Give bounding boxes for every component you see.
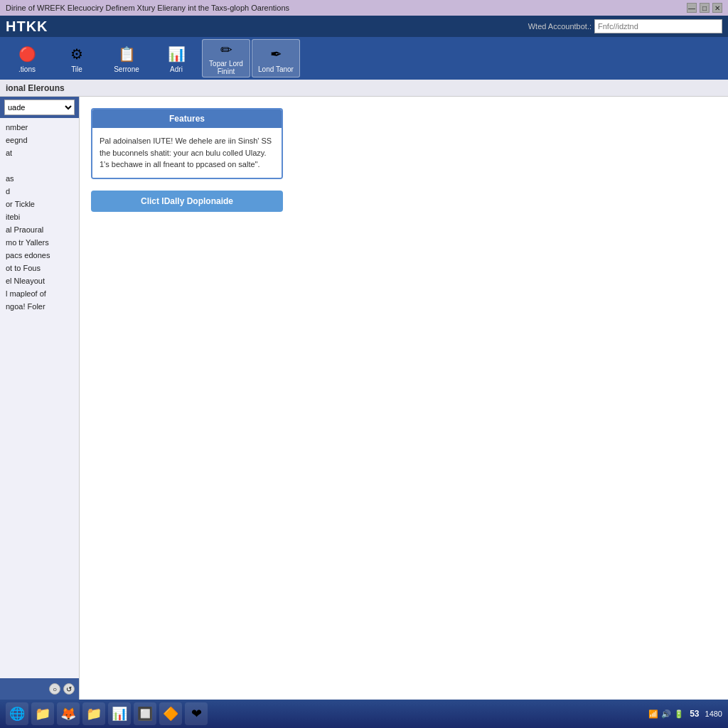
taskbar-app-misc2[interactable]: 🔶 — [159, 702, 182, 725]
taskbar-right: 📶 🔊 🔋 53 1480 — [648, 709, 722, 719]
title-bar: Dirine of WREFK Elecuociry Definem Xtury… — [0, 0, 728, 16]
content-area: Features Pal adoinalsen IUTE! We dehele … — [80, 97, 728, 700]
taskbar-time: 53 — [690, 709, 699, 719]
serrone-label: Serrone — [114, 65, 139, 73]
sidebar-item-el-nleayout[interactable]: el Nleayout — [0, 274, 79, 287]
toolbar: 🔴 .tions ⚙ Tile 📋 Serrone 📊 Adri ✏ Topar… — [0, 37, 728, 80]
search-input[interactable] — [594, 19, 722, 33]
taskbar: 🌐 📁 🦊 📁 📊 🔲 🔶 ❤ 📶 🔊 🔋 53 1480 — [0, 700, 728, 728]
taskbar-app-ie[interactable]: 🌐 — [6, 702, 28, 725]
lond-icon: ✒ — [266, 44, 286, 64]
app-logo: HTKK — [6, 18, 48, 35]
sidebar-item-or-tickle[interactable]: or Tickle — [0, 198, 79, 210]
taskbar-extra: 1480 — [705, 710, 722, 718]
taskbar-app-files[interactable]: 📁 — [82, 702, 105, 725]
sidebar-item-al-praoural[interactable]: al Praoural — [0, 223, 79, 236]
sidebar-item-ngoa-foler[interactable]: ngoa! Foler — [0, 300, 79, 313]
close-button[interactable]: ✕ — [712, 3, 722, 13]
sidebar-item-empty1 — [0, 159, 79, 172]
sidebar-item-itebi[interactable]: itebi — [0, 210, 79, 223]
sidebar-item-ot-to-fous[interactable]: ot to Fous — [0, 262, 79, 274]
network-icon: 📶 — [648, 710, 658, 719]
taskbar-icons: 📶 🔊 🔋 — [648, 710, 684, 719]
sidebar-top: uade — [0, 97, 79, 118]
taskbar-app-misc1[interactable]: 🔲 — [134, 702, 156, 725]
serrone-icon: 📋 — [117, 44, 136, 64]
minimize-button[interactable]: — — [687, 3, 697, 13]
topar-icon: ✏ — [216, 41, 236, 58]
sidebar-ctrl-refresh[interactable]: ↺ — [63, 683, 75, 695]
tions-icon: 🔴 — [17, 44, 37, 64]
toolbar-item-tile[interactable]: ⚙ Tile — [53, 39, 101, 77]
sidebar-nav: nmber eegnd at as d or Tickle itebi al P… — [0, 118, 79, 678]
sidebar-item-eegnd[interactable]: eegnd — [0, 134, 79, 146]
taskbar-app-firefox[interactable]: 🦊 — [57, 702, 80, 725]
lond-label: Lond Tanor — [258, 65, 294, 73]
taskbar-app-folder[interactable]: 📁 — [31, 702, 54, 725]
window-title: Dirine of WREFK Elecuociry Definem Xtury… — [6, 4, 289, 12]
toolbar-item-topar[interactable]: ✏ Topar Lord Finint — [202, 39, 250, 77]
features-body: Pal adoinalsen IUTE! We dehele are iin S… — [92, 128, 282, 178]
tile-icon: ⚙ — [67, 44, 87, 64]
search-area: Wted Accountbot.: — [528, 19, 722, 33]
topar-label: Topar Lord Finint — [205, 60, 247, 75]
search-label: Wted Accountbot.: — [528, 22, 592, 31]
sidebar-bottom: ○ ↺ — [0, 678, 79, 700]
tions-label: .tions — [18, 65, 36, 73]
adri-icon: 📊 — [166, 44, 186, 64]
sidebar: uade nmber eegnd at as d or Tickle itebi… — [0, 97, 80, 700]
sidebar-item-pacs-edones[interactable]: pacs edones — [0, 249, 79, 262]
toolbar-item-tions[interactable]: 🔴 .tions — [3, 39, 51, 77]
breadcrumb: ional Elerouns — [0, 80, 728, 97]
sidebar-item-d[interactable]: d — [0, 185, 79, 198]
toolbar-item-serrone[interactable]: 📋 Serrone — [102, 39, 151, 77]
features-header: Features — [92, 109, 282, 128]
taskbar-app-excel[interactable]: 📊 — [108, 702, 131, 725]
features-box: Features Pal adoinalsen IUTE! We dehele … — [91, 108, 283, 179]
breadcrumb-text: ional Elerouns — [6, 83, 65, 93]
speaker-icon: 🔊 — [661, 710, 671, 719]
tile-label: Tile — [71, 65, 82, 73]
toolbar-item-lond[interactable]: ✒ Lond Tanor — [252, 39, 300, 77]
app-header: HTKK Wted Accountbot.: — [0, 16, 728, 37]
sidebar-dropdown[interactable]: uade — [4, 100, 75, 115]
main-content: uade nmber eegnd at as d or Tickle itebi… — [0, 97, 728, 700]
action-button[interactable]: Clict IDally Doplonaide — [91, 191, 283, 212]
adri-label: Adri — [170, 65, 183, 73]
battery-icon: 🔋 — [674, 710, 684, 719]
taskbar-app-misc3[interactable]: ❤ — [185, 702, 208, 725]
toolbar-item-adri[interactable]: 📊 Adri — [152, 39, 200, 77]
window-controls[interactable]: — □ ✕ — [687, 3, 722, 13]
sidebar-item-l-mapleof[interactable]: l mapleof of — [0, 287, 79, 300]
sidebar-ctrl-minimize[interactable]: ○ — [49, 683, 60, 695]
taskbar-apps: 🌐 📁 🦊 📁 📊 🔲 🔶 ❤ — [6, 702, 208, 725]
sidebar-item-nmber[interactable]: nmber — [0, 121, 79, 134]
sidebar-item-mo-tr-yallers[interactable]: mo tr Yallers — [0, 236, 79, 249]
sidebar-item-as[interactable]: as — [0, 172, 79, 185]
maximize-button[interactable]: □ — [700, 3, 710, 13]
sidebar-item-at[interactable]: at — [0, 146, 79, 159]
